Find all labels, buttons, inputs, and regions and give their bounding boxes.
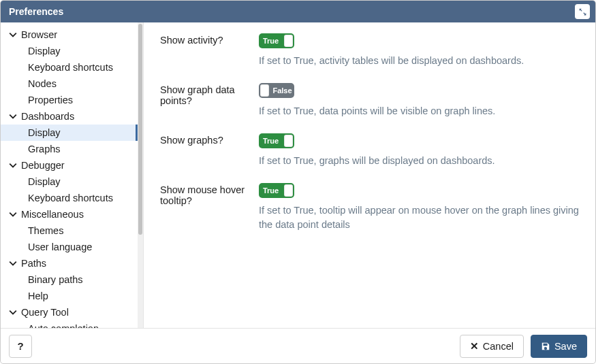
help-button[interactable]: ? [9, 335, 32, 358]
dialog-title: Preferences [9, 6, 63, 17]
setting-row: Show graphs?TrueIf set to True, graphs w… [160, 133, 579, 168]
toggle-text: True [259, 37, 283, 45]
tree-group[interactable]: Miscellaneous [1, 206, 138, 222]
toggle-switch[interactable]: True [259, 183, 294, 198]
toggle-text: True [259, 186, 283, 195]
chevron-down-icon [9, 308, 17, 316]
save-icon [541, 342, 550, 351]
toggle-knob [260, 84, 269, 97]
footer: ? ✕ Cancel Save [1, 328, 595, 363]
group-label: Miscellaneous [21, 209, 84, 220]
content-area: Show activity?TrueIf set to True, activi… [144, 22, 595, 328]
setting-row: Show activity?TrueIf set to True, activi… [160, 33, 579, 68]
tree-item[interactable]: Display [1, 43, 138, 59]
tree-item[interactable]: Properties [1, 92, 138, 108]
tree-item[interactable]: Binary paths [1, 271, 138, 288]
setting-description: If set to True, activity tables will be … [259, 54, 579, 68]
group-label: Dashboards [21, 111, 74, 122]
item-label: Auto completion [28, 323, 99, 328]
toggle-switch[interactable]: True [259, 33, 294, 48]
setting-label: Show graphs? [160, 133, 259, 168]
save-button[interactable]: Save [531, 335, 587, 358]
tree-item[interactable]: Keyboard shortcuts [1, 59, 138, 76]
tree-item[interactable]: Auto completion [1, 320, 138, 328]
group-label: Browser [21, 29, 57, 40]
tree-item[interactable]: Keyboard shortcuts [1, 190, 138, 206]
sidebar: BrowserDisplayKeyboard shortcutsNodesPro… [1, 22, 144, 328]
tree-item[interactable]: Nodes [1, 76, 138, 92]
setting-row: Show graph data points?FalseIf set to Tr… [160, 83, 579, 118]
tree-item[interactable]: Themes [1, 222, 138, 239]
item-label: Binary paths [28, 274, 83, 285]
dialog-body: BrowserDisplayKeyboard shortcutsNodesPro… [1, 22, 595, 328]
scrollbar-thumb[interactable] [138, 24, 142, 235]
group-label: Debugger [21, 160, 65, 171]
setting-description: If set to True, data points will be visi… [259, 104, 579, 118]
toggle-switch[interactable]: False [259, 83, 294, 98]
toggle-text: False [270, 86, 294, 95]
preferences-dialog: Preferences BrowserDisplayKeyboard short… [0, 0, 596, 364]
setting-body: TrueIf set to True, activity tables will… [259, 33, 579, 68]
group-label: Query Tool [21, 307, 69, 318]
cancel-button[interactable]: ✕ Cancel [460, 335, 524, 358]
close-icon: ✕ [470, 341, 479, 352]
chevron-down-icon [9, 210, 17, 218]
setting-body: TrueIf set to True, tooltip will appear … [259, 183, 579, 232]
setting-label: Show activity? [160, 33, 259, 68]
item-label: Keyboard shortcuts [28, 62, 113, 73]
setting-description: If set to True, graphs will be displayed… [259, 154, 579, 168]
tree-group[interactable]: Browser [1, 27, 138, 43]
chevron-down-icon [9, 31, 17, 39]
item-label: Display [28, 46, 61, 56]
setting-body: TrueIf set to True, graphs will be displ… [259, 133, 579, 168]
titlebar: Preferences [1, 1, 595, 22]
chevron-down-icon [9, 259, 17, 267]
item-label: Properties [28, 95, 73, 105]
tree-group[interactable]: Debugger [1, 157, 138, 173]
item-label: Nodes [28, 78, 57, 89]
save-label: Save [554, 341, 577, 352]
expand-icon [578, 7, 587, 16]
chevron-down-icon [9, 161, 17, 169]
toggle-knob [284, 184, 293, 197]
sidebar-scrollbar[interactable] [138, 22, 143, 328]
tree-group[interactable]: Dashboards [1, 108, 138, 125]
item-label: Keyboard shortcuts [28, 193, 113, 203]
toggle-text: True [259, 137, 283, 145]
tree-item[interactable]: Display [1, 125, 138, 141]
toggle-knob [284, 35, 293, 47]
help-icon: ? [17, 340, 23, 352]
setting-label: Show graph data points? [160, 83, 259, 118]
toggle-knob [284, 135, 293, 147]
item-label: Graphs [28, 144, 61, 154]
tree-item[interactable]: Graphs [1, 141, 138, 157]
toggle-switch[interactable]: True [259, 133, 294, 148]
tree-item[interactable]: User language [1, 239, 138, 255]
setting-description: If set to True, tooltip will appear on m… [259, 203, 579, 232]
chevron-down-icon [9, 112, 17, 120]
item-label: Themes [28, 225, 63, 236]
tree-item[interactable]: Help [1, 288, 138, 304]
setting-row: Show mouse hover tooltip?TrueIf set to T… [160, 183, 579, 232]
expand-button[interactable] [575, 4, 590, 19]
tree-group[interactable]: Query Tool [1, 304, 138, 320]
tree-group[interactable]: Paths [1, 255, 138, 271]
tree-item[interactable]: Display [1, 173, 138, 190]
item-label: User language [28, 242, 92, 252]
item-label: Display [28, 176, 61, 187]
item-label: Display [28, 127, 61, 138]
item-label: Help [28, 291, 48, 301]
setting-body: FalseIf set to True, data points will be… [259, 83, 579, 118]
group-label: Paths [21, 258, 46, 269]
setting-label: Show mouse hover tooltip? [160, 183, 259, 232]
cancel-label: Cancel [483, 341, 514, 352]
